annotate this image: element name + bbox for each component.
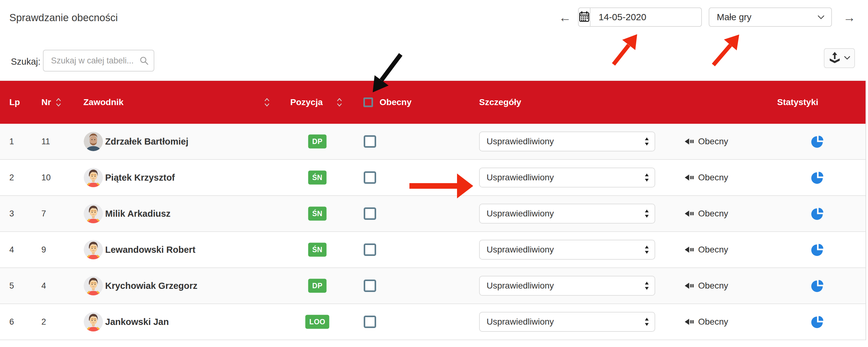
previous-status: Obecny bbox=[698, 281, 728, 291]
stats-pie-icon[interactable] bbox=[811, 243, 824, 256]
present-checkbox[interactable] bbox=[364, 135, 376, 148]
present-checkbox[interactable] bbox=[364, 316, 376, 328]
player-name[interactable]: Zdrzałek Bartłomiej bbox=[105, 136, 189, 147]
calendar-icon bbox=[579, 11, 590, 23]
player-number: 9 bbox=[41, 245, 46, 255]
step-backward-icon bbox=[685, 282, 694, 290]
sort-icon[interactable] bbox=[56, 97, 61, 107]
details-select-value: Usprawiedliwiony bbox=[487, 172, 554, 183]
table-header: Lp Nr Zawodnik Pozycja Obecny Szczegóły … bbox=[0, 81, 866, 124]
player-name[interactable]: Krychowiak Grzegorz bbox=[105, 281, 197, 291]
search-box bbox=[43, 50, 154, 71]
header-position: Pozycja bbox=[290, 97, 322, 107]
header-lp: Lp bbox=[9, 97, 20, 107]
select-spinner-icon bbox=[645, 173, 649, 182]
player-number: 10 bbox=[41, 173, 51, 183]
present-checkbox[interactable] bbox=[364, 208, 376, 220]
header-stats: Statystyki bbox=[777, 97, 818, 107]
details-select[interactable]: Usprawiedliwiony bbox=[479, 131, 655, 151]
select-spinner-icon bbox=[645, 317, 649, 326]
player-avatar bbox=[84, 240, 103, 259]
table-row: 2 10 bbox=[0, 160, 866, 196]
details-select[interactable]: Usprawiedliwiony bbox=[479, 240, 655, 260]
details-select[interactable]: Usprawiedliwiony bbox=[479, 167, 655, 188]
export-icon bbox=[829, 51, 841, 65]
details-select[interactable]: Usprawiedliwiony bbox=[479, 204, 655, 224]
position-badge: LOO bbox=[305, 315, 329, 329]
row-index: 5 bbox=[9, 281, 14, 291]
calendar-button[interactable] bbox=[579, 8, 590, 26]
date-picker-group bbox=[578, 7, 702, 27]
stats-pie-icon[interactable] bbox=[811, 315, 824, 328]
select-spinner-icon bbox=[645, 137, 649, 146]
table-row: 5 4 bbox=[0, 268, 866, 304]
details-select-value: Usprawiedliwiony bbox=[487, 317, 554, 327]
player-name[interactable]: Lewandowski Robert bbox=[105, 245, 195, 255]
next-day-button[interactable]: → bbox=[843, 8, 856, 27]
player-avatar bbox=[84, 276, 103, 295]
attendance-page: Sprawdzanie obecności ← Małe gry bbox=[0, 0, 868, 347]
select-spinner-icon bbox=[645, 281, 649, 290]
select-spinner-icon bbox=[645, 209, 649, 218]
details-select-value: Usprawiedliwiony bbox=[487, 281, 554, 291]
previous-day-button[interactable]: ← bbox=[559, 8, 571, 27]
position-badge: DP bbox=[308, 135, 327, 149]
previous-status: Obecny bbox=[698, 136, 728, 147]
player-name[interactable]: Milik Arkadiusz bbox=[105, 209, 170, 219]
step-backward-icon bbox=[685, 246, 694, 254]
details-select-value: Usprawiedliwiony bbox=[487, 245, 554, 255]
player-name[interactable]: Jankowski Jan bbox=[105, 317, 169, 327]
player-avatar bbox=[84, 312, 103, 332]
annotation-arrow-red-event bbox=[713, 34, 739, 65]
header-present: Obecny bbox=[379, 97, 412, 107]
position-badge: ŚN bbox=[308, 171, 327, 185]
player-avatar bbox=[84, 204, 103, 223]
search-label: Szukaj: bbox=[11, 57, 40, 67]
stats-pie-icon[interactable] bbox=[811, 207, 824, 220]
step-backward-icon bbox=[685, 210, 694, 218]
row-index: 2 bbox=[9, 173, 14, 183]
stats-pie-icon[interactable] bbox=[811, 171, 824, 184]
event-type-select[interactable]: Małe gry bbox=[709, 7, 832, 27]
search-input[interactable] bbox=[43, 50, 154, 71]
position-badge: ŚN bbox=[308, 207, 327, 221]
row-index: 6 bbox=[9, 317, 14, 327]
present-checkbox[interactable] bbox=[364, 280, 376, 292]
row-index: 1 bbox=[9, 137, 14, 147]
player-avatar bbox=[84, 132, 103, 151]
previous-status: Obecny bbox=[698, 317, 728, 327]
details-select[interactable]: Usprawiedliwiony bbox=[479, 276, 655, 296]
page-title: Sprawdzanie obecności bbox=[9, 12, 118, 24]
position-badge: DP bbox=[308, 279, 327, 293]
date-input[interactable] bbox=[590, 8, 719, 26]
search-icon bbox=[140, 56, 149, 65]
chevron-down-icon bbox=[844, 55, 850, 61]
previous-status: Obecny bbox=[698, 172, 728, 183]
previous-status: Obecny bbox=[698, 209, 728, 219]
table-row: 3 7 bbox=[0, 196, 866, 232]
sort-icon[interactable] bbox=[337, 97, 342, 107]
player-name[interactable]: Piątek Krzysztof bbox=[105, 172, 175, 183]
step-backward-icon bbox=[685, 174, 694, 182]
export-button[interactable] bbox=[824, 48, 855, 68]
annotation-arrow-red-date bbox=[614, 34, 637, 64]
previous-status: Obecny bbox=[698, 245, 728, 255]
player-number: 4 bbox=[41, 281, 46, 291]
stats-pie-icon[interactable] bbox=[811, 279, 824, 292]
details-select[interactable]: Usprawiedliwiony bbox=[479, 312, 655, 332]
sort-icon[interactable] bbox=[265, 97, 270, 107]
attendance-table: Lp Nr Zawodnik Pozycja Obecny Szczegóły … bbox=[0, 81, 866, 340]
player-number: 2 bbox=[41, 317, 46, 327]
header-nr: Nr bbox=[41, 97, 51, 107]
select-spinner-icon bbox=[645, 245, 649, 254]
row-index: 4 bbox=[9, 245, 14, 255]
player-number: 11 bbox=[41, 137, 50, 147]
stats-pie-icon[interactable] bbox=[811, 135, 824, 148]
player-avatar bbox=[84, 168, 103, 187]
present-checkbox[interactable] bbox=[364, 171, 376, 184]
chevron-down-icon bbox=[817, 15, 825, 19]
present-checkbox[interactable] bbox=[364, 244, 376, 256]
player-number: 7 bbox=[41, 209, 46, 219]
row-index: 3 bbox=[9, 209, 14, 219]
select-all-checkbox[interactable] bbox=[363, 98, 373, 107]
